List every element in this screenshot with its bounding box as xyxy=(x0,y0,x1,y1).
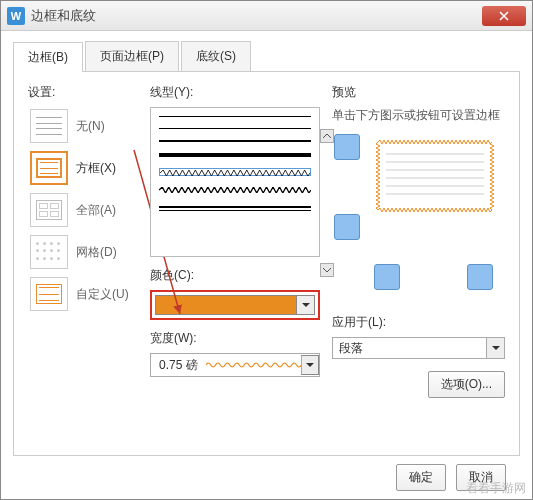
setting-grid[interactable]: 网格(D) xyxy=(28,233,138,271)
setting-all-label: 全部(A) xyxy=(76,202,116,219)
tab-border[interactable]: 边框(B) xyxy=(13,42,83,72)
setting-none[interactable]: 无(N) xyxy=(28,107,138,145)
tab-panel: 设置: 无(N) 方框(X) 全部(A) xyxy=(13,72,520,456)
linetype-zigzag-selected[interactable] xyxy=(159,168,311,176)
linetype-thin[interactable] xyxy=(159,116,311,117)
dialog-window: W 边框和底纹 边框(B) 页面边框(P) 底纹(S) 设置: 无(N) xyxy=(0,0,533,500)
settings-label: 设置: xyxy=(28,84,138,101)
app-icon: W xyxy=(7,7,25,25)
linetype-column: 线型(Y): xyxy=(150,84,320,447)
color-picker-highlighted xyxy=(150,290,320,320)
border-bottom-button[interactable] xyxy=(334,214,360,240)
linetype-label: 线型(Y): xyxy=(150,84,320,101)
chevron-up-icon xyxy=(323,133,331,139)
grid-icon xyxy=(30,235,68,269)
width-selector[interactable]: 0.75 磅 xyxy=(150,353,320,377)
preview-label: 预览 xyxy=(332,84,505,101)
apply-dropdown-button[interactable] xyxy=(486,338,504,358)
apply-row: 应用于(L): 段落 xyxy=(332,314,505,359)
width-value: 0.75 磅 xyxy=(151,357,206,374)
ok-button[interactable]: 确定 xyxy=(396,464,446,491)
linetype-thick[interactable] xyxy=(159,153,311,157)
box-icon xyxy=(30,151,68,185)
chevron-down-icon xyxy=(306,362,314,368)
color-swatch[interactable] xyxy=(155,295,297,315)
border-top-button[interactable] xyxy=(334,134,360,160)
setting-none-label: 无(N) xyxy=(76,118,105,135)
custom-icon xyxy=(30,277,68,311)
tab-shading[interactable]: 底纹(S) xyxy=(181,41,251,71)
setting-box[interactable]: 方框(X) xyxy=(28,149,138,187)
chevron-down-icon xyxy=(323,267,331,273)
border-left-button[interactable] xyxy=(374,264,400,290)
color-dropdown-button[interactable] xyxy=(297,295,315,315)
setting-grid-label: 网格(D) xyxy=(76,244,117,261)
linetype-zigzag-2[interactable] xyxy=(159,187,311,195)
setting-custom[interactable]: 自定义(U) xyxy=(28,275,138,313)
apply-label: 应用于(L): xyxy=(332,314,505,331)
color-label: 颜色(C): xyxy=(150,267,320,284)
chevron-down-icon xyxy=(492,345,500,351)
tab-bar: 边框(B) 页面边框(P) 底纹(S) xyxy=(13,41,520,72)
options-button[interactable]: 选项(O)... xyxy=(428,371,505,398)
options-row: 选项(O)... xyxy=(332,371,505,398)
preview-sample xyxy=(376,140,494,212)
preview-zone xyxy=(332,134,505,304)
width-preview-icon xyxy=(206,361,301,369)
close-button[interactable] xyxy=(482,6,526,26)
linetype-list[interactable] xyxy=(150,107,320,257)
linetype-medium[interactable] xyxy=(159,140,311,142)
dialog-buttons: 确定 取消 xyxy=(13,456,520,497)
tab-page-border[interactable]: 页面边框(P) xyxy=(85,41,179,71)
setting-custom-label: 自定义(U) xyxy=(76,286,129,303)
none-icon xyxy=(30,109,68,143)
preview-hint: 单击下方图示或按钮可设置边框 xyxy=(332,107,505,124)
width-label: 宽度(W): xyxy=(150,330,320,347)
window-title: 边框和底纹 xyxy=(31,7,482,25)
titlebar: W 边框和底纹 xyxy=(1,1,532,31)
settings-column: 设置: 无(N) 方框(X) 全部(A) xyxy=(28,84,138,447)
preview-column: 预览 单击下方图示或按钮可设置边框 xyxy=(332,84,505,447)
linetype-thin-2[interactable] xyxy=(159,128,311,129)
all-icon xyxy=(30,193,68,227)
settings-list: 无(N) 方框(X) 全部(A) 网格(D) xyxy=(28,107,138,313)
chevron-down-icon xyxy=(302,302,310,308)
apply-value: 段落 xyxy=(333,340,486,357)
border-right-button[interactable] xyxy=(467,264,493,290)
close-icon xyxy=(499,11,509,21)
watermark-text: 看看手游网 xyxy=(466,480,526,497)
apply-select[interactable]: 段落 xyxy=(332,337,505,359)
setting-box-label: 方框(X) xyxy=(76,160,116,177)
content-area: 边框(B) 页面边框(P) 底纹(S) 设置: 无(N) 方框(X) xyxy=(1,31,532,499)
linetype-double[interactable] xyxy=(159,206,311,211)
width-dropdown-button[interactable] xyxy=(301,355,319,375)
setting-all[interactable]: 全部(A) xyxy=(28,191,138,229)
